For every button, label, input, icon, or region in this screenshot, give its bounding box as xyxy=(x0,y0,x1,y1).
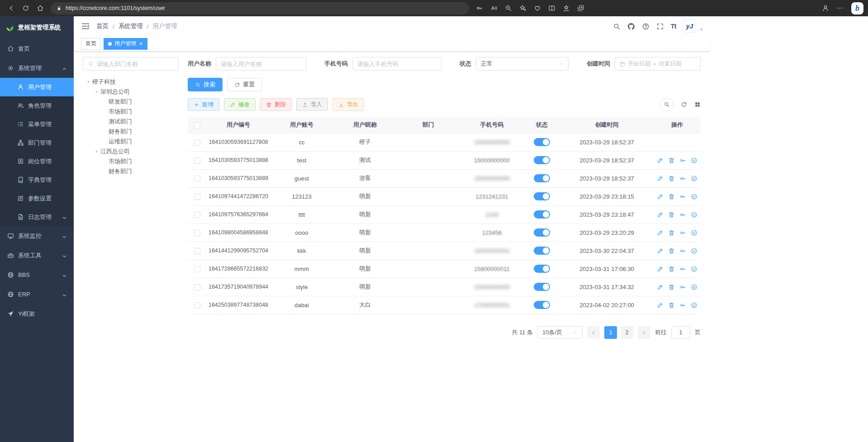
page-button-2[interactable]: 2 xyxy=(621,326,633,339)
page-size-select[interactable]: 10条/页 xyxy=(537,326,583,339)
bing-icon[interactable]: b xyxy=(851,2,863,14)
reset-password-button[interactable] xyxy=(679,211,686,218)
select-all-checkbox[interactable] xyxy=(194,122,200,128)
split-button[interactable] xyxy=(545,2,559,14)
tab-1[interactable]: 用户管理× xyxy=(104,38,147,50)
assign-role-button[interactable] xyxy=(691,211,697,218)
collections-button[interactable] xyxy=(574,2,588,14)
phone-field[interactable] xyxy=(357,61,436,67)
key-button[interactable] xyxy=(473,2,486,14)
reset-password-button[interactable] xyxy=(679,247,686,254)
sidebar-item-user-management[interactable]: 用户管理 xyxy=(0,78,74,96)
reset-password-button[interactable] xyxy=(679,157,686,164)
back-button[interactable] xyxy=(5,2,18,14)
sidebar-item-home[interactable]: 首页 xyxy=(0,39,74,58)
breadcrumb-home[interactable]: 首页 xyxy=(96,22,109,30)
essentials-button[interactable] xyxy=(531,2,544,14)
next-page-button[interactable]: › xyxy=(638,326,650,339)
tree-node[interactable]: 研发部门 xyxy=(83,97,179,107)
reset-password-button[interactable] xyxy=(679,175,686,182)
row-checkbox[interactable] xyxy=(194,176,200,182)
username-field[interactable] xyxy=(221,61,301,67)
status-toggle[interactable] xyxy=(534,192,550,200)
sidebar-item-log-management[interactable]: 日志管理 xyxy=(0,208,74,226)
add-button[interactable]: 新增 xyxy=(188,98,219,111)
goto-page-input[interactable] xyxy=(671,326,690,339)
sidebar-item-param-settings[interactable]: 参数设置 xyxy=(0,189,74,208)
collapse-sidebar-button[interactable] xyxy=(81,22,90,31)
row-checkbox[interactable] xyxy=(194,284,200,290)
assign-role-button[interactable] xyxy=(691,284,697,290)
tab-0[interactable]: 首页 xyxy=(81,38,101,50)
reset-password-button[interactable] xyxy=(679,266,686,272)
row-checkbox[interactable] xyxy=(194,194,200,200)
edit-action-button[interactable] xyxy=(657,229,664,236)
delete-action-button[interactable] xyxy=(668,229,675,236)
sidebar-item-system-tools[interactable]: 系统工具 xyxy=(0,246,74,265)
row-checkbox[interactable] xyxy=(194,212,200,218)
starplus-button[interactable] xyxy=(516,2,530,14)
zoomout-button[interactable] xyxy=(502,2,515,14)
dept-search-field[interactable] xyxy=(97,61,174,67)
status-toggle[interactable] xyxy=(534,156,550,164)
starbar-button[interactable] xyxy=(560,2,573,14)
home-button[interactable] xyxy=(33,2,47,14)
reset-password-button[interactable] xyxy=(679,284,686,290)
delete-action-button[interactable] xyxy=(668,284,675,290)
status-toggle[interactable] xyxy=(534,265,550,273)
delete-action-button[interactable] xyxy=(668,302,675,309)
edit-action-button[interactable] xyxy=(657,193,664,200)
username-input[interactable] xyxy=(216,57,306,71)
tree-node[interactable]: ▼橙子科技 xyxy=(83,77,179,87)
tree-node[interactable]: 市场部门 xyxy=(83,157,179,166)
edit-button[interactable]: 修改 xyxy=(224,98,256,111)
sidebar-item-bbs[interactable]: BBS xyxy=(0,265,74,285)
assign-role-button[interactable] xyxy=(691,247,697,254)
assign-role-button[interactable] xyxy=(691,157,697,164)
sidebar-item-system-monitor[interactable]: 系统监控 xyxy=(0,226,74,246)
edit-action-button[interactable] xyxy=(657,302,664,309)
browser-menu-button[interactable] xyxy=(833,2,847,14)
status-toggle[interactable] xyxy=(534,174,550,182)
sidebar-item-post-management[interactable]: 岗位管理 xyxy=(0,152,74,171)
delete-action-button[interactable] xyxy=(668,193,675,200)
status-toggle[interactable] xyxy=(534,228,550,237)
status-toggle[interactable] xyxy=(534,247,550,255)
reset-password-button[interactable] xyxy=(679,193,686,200)
dept-search-input[interactable] xyxy=(83,57,179,71)
delete-action-button[interactable] xyxy=(668,157,675,164)
readaloud-button[interactable] xyxy=(487,2,501,14)
status-toggle[interactable] xyxy=(534,283,550,291)
row-checkbox[interactable] xyxy=(194,266,200,272)
import-button[interactable]: 导入 xyxy=(296,98,328,111)
github-button[interactable] xyxy=(627,23,635,30)
sidebar-item-role-management[interactable]: 角色管理 xyxy=(0,96,74,115)
status-toggle[interactable] xyxy=(534,301,550,309)
tree-node[interactable]: 测试部门 xyxy=(83,117,179,127)
question-button[interactable] xyxy=(642,23,650,30)
column-settings-button[interactable] xyxy=(694,101,701,108)
close-tab-icon[interactable]: × xyxy=(139,41,143,47)
sidebar-item-dept-management[interactable]: 部门管理 xyxy=(0,133,74,152)
tree-node[interactable]: 财务部门 xyxy=(83,127,179,137)
row-checkbox[interactable] xyxy=(194,302,200,309)
assign-role-button[interactable] xyxy=(691,229,697,236)
row-checkbox[interactable] xyxy=(194,248,200,254)
delete-action-button[interactable] xyxy=(668,175,675,182)
sidebar-item-menu-management[interactable]: 菜单管理 xyxy=(0,115,74,133)
delete-button[interactable]: 删除 xyxy=(260,98,292,111)
tree-node[interactable]: 市场部门 xyxy=(83,107,179,117)
reload-button[interactable] xyxy=(19,2,33,14)
delete-action-button[interactable] xyxy=(668,247,675,254)
prev-page-button[interactable]: ‹ xyxy=(587,326,600,339)
text-size-button[interactable]: Tt xyxy=(671,23,676,30)
row-checkbox[interactable] xyxy=(194,139,200,146)
address-bar[interactable]: https://ccnetcore.com:1101/system/user xyxy=(51,2,469,14)
search-button[interactable] xyxy=(613,23,621,30)
reset-button[interactable]: 重置 xyxy=(227,78,262,91)
reset-password-button[interactable] xyxy=(679,229,686,236)
edit-action-button[interactable] xyxy=(657,284,664,290)
profile-button[interactable] xyxy=(819,2,832,14)
edit-action-button[interactable] xyxy=(657,175,664,182)
edit-action-button[interactable] xyxy=(657,211,664,218)
